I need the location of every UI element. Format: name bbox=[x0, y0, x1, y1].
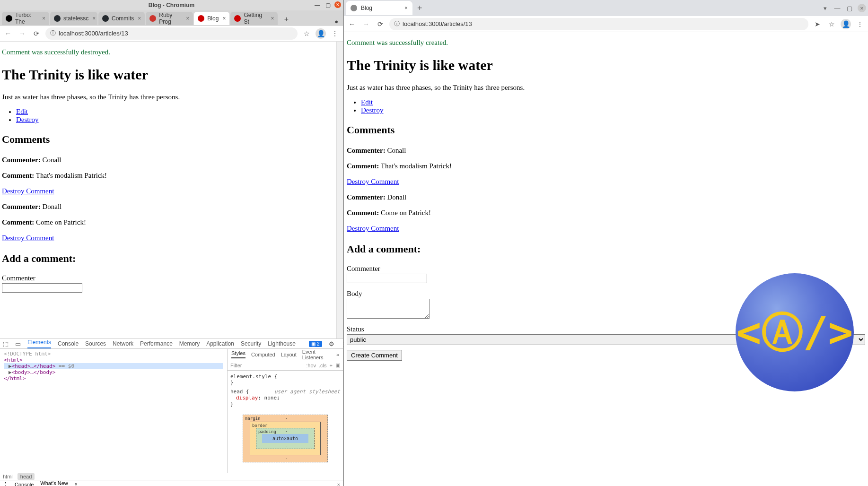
close-icon[interactable]: × bbox=[42, 15, 45, 22]
flash-message: Comment was successfully created. bbox=[347, 39, 865, 47]
devtools-tabs: ⬚ ▭ Elements Console Sources Network Per… bbox=[0, 339, 343, 349]
close-icon[interactable]: × bbox=[858, 4, 866, 12]
issues-badge[interactable]: ▣ 2 bbox=[309, 341, 322, 347]
favicon-icon bbox=[351, 5, 357, 11]
url-input[interactable]: ⓘ localhost:3000/articles/13 bbox=[389, 18, 808, 30]
url-input[interactable]: ⓘ localhost:3000/articles/13 bbox=[45, 27, 298, 40]
kebab-icon[interactable]: ⋮ bbox=[3, 481, 8, 486]
add-comment-heading: Add a comment: bbox=[347, 243, 865, 255]
dom-breadcrumb[interactable]: html head bbox=[0, 473, 343, 480]
maximize-icon[interactable]: ▢ bbox=[324, 1, 332, 9]
cls-toggle[interactable]: .cls bbox=[319, 363, 327, 368]
styles-content[interactable]: element.style { } head {user agent style… bbox=[228, 371, 343, 473]
devtools-tab-security[interactable]: Security bbox=[241, 340, 261, 347]
dom-tree[interactable]: <!DOCTYPE html> <html> ▶<head>…</head> =… bbox=[0, 349, 228, 473]
info-icon[interactable]: ⓘ bbox=[50, 29, 56, 37]
event-listeners-tab[interactable]: Event Listeners bbox=[302, 349, 331, 360]
body-textarea[interactable] bbox=[347, 299, 430, 319]
back-button[interactable]: ← bbox=[347, 19, 357, 29]
device-icon[interactable]: ▭ bbox=[15, 340, 21, 347]
commenter-input[interactable] bbox=[2, 283, 82, 293]
close-icon[interactable]: × bbox=[334, 1, 341, 8]
close-icon[interactable]: × bbox=[92, 15, 96, 22]
devtools-tab-performance[interactable]: Performance bbox=[140, 340, 173, 347]
address-bar: ← → ⟳ ⓘ localhost:3000/articles/13 ☆ 👤 ⋮ bbox=[0, 26, 343, 42]
close-icon[interactable]: × bbox=[337, 482, 340, 486]
info-icon[interactable]: ⓘ bbox=[394, 20, 400, 28]
destroy-link[interactable]: Destroy bbox=[16, 116, 39, 123]
destroy-comment-link[interactable]: Destroy Comment bbox=[347, 225, 399, 232]
tab-blog[interactable]: Blog × bbox=[346, 1, 412, 15]
dropdown-icon[interactable]: ▾ bbox=[821, 4, 829, 12]
window-title: Blog - Chromium bbox=[149, 2, 194, 9]
tab-blog[interactable]: Blog× bbox=[194, 12, 229, 25]
close-icon[interactable]: × bbox=[222, 15, 226, 22]
profile-icon[interactable]: 👤 bbox=[841, 19, 851, 29]
profile-icon[interactable]: 👤 bbox=[316, 28, 326, 39]
console-tab[interactable]: Console bbox=[15, 482, 34, 486]
new-tab-button[interactable]: + bbox=[281, 14, 292, 25]
close-icon[interactable]: × bbox=[138, 15, 141, 22]
box-icon[interactable]: ▣ bbox=[335, 362, 340, 368]
hover-toggle[interactable]: :hov bbox=[306, 363, 316, 368]
star-icon[interactable]: ☆ bbox=[826, 19, 837, 29]
devtools-tab-sources[interactable]: Sources bbox=[85, 340, 106, 347]
close-icon[interactable]: × bbox=[271, 15, 274, 22]
commenter-field-label: Commenter bbox=[2, 274, 334, 282]
whatsnew-tab[interactable]: What's New bbox=[40, 480, 68, 486]
more-icon[interactable]: » bbox=[336, 352, 339, 357]
devtools-tab-lighthouse[interactable]: Lighthouse bbox=[268, 340, 296, 347]
destroy-comment-link[interactable]: Destroy Comment bbox=[2, 187, 54, 195]
new-tab-button[interactable]: + bbox=[417, 3, 422, 13]
dropdown-icon[interactable]: ● bbox=[334, 18, 338, 25]
devtools-tab-application[interactable]: Application bbox=[206, 340, 234, 347]
computed-tab[interactable]: Computed bbox=[251, 352, 275, 357]
reload-button[interactable]: ⟳ bbox=[31, 28, 42, 39]
destroy-link[interactable]: Destroy bbox=[361, 106, 384, 114]
devtools-tab-elements[interactable]: Elements bbox=[27, 339, 51, 348]
destroy-comment-link[interactable]: Destroy Comment bbox=[347, 178, 399, 185]
destroy-comment-link[interactable]: Destroy Comment bbox=[2, 234, 54, 242]
tab-getting[interactable]: Getting St× bbox=[230, 12, 278, 25]
close-icon[interactable]: × bbox=[404, 5, 408, 11]
tab-commits[interactable]: Commits× bbox=[98, 12, 145, 25]
gear-icon[interactable]: ⚙ bbox=[329, 340, 334, 347]
styles-tabs: Styles Computed Layout Event Listeners » bbox=[228, 349, 343, 360]
forward-button[interactable]: → bbox=[361, 19, 371, 29]
commenter-input[interactable] bbox=[347, 274, 427, 283]
commenter-field-label: Commenter bbox=[347, 265, 865, 273]
url-text: localhost:3000/articles/13 bbox=[403, 20, 472, 27]
edit-link[interactable]: Edit bbox=[361, 98, 373, 106]
minimize-icon[interactable]: — bbox=[314, 1, 321, 9]
share-icon[interactable]: ➤ bbox=[812, 19, 823, 29]
menu-icon[interactable]: ⋮ bbox=[855, 19, 865, 29]
forward-button[interactable]: → bbox=[17, 28, 27, 39]
create-comment-button[interactable]: Create Comment bbox=[347, 350, 402, 361]
article-body: Just as water has three phases, so the T… bbox=[347, 84, 865, 92]
inspect-icon[interactable]: ⬚ bbox=[3, 340, 9, 347]
devtools-tab-network[interactable]: Network bbox=[113, 340, 133, 347]
back-button[interactable]: ← bbox=[3, 28, 13, 39]
tab-turbo[interactable]: Turbo: The× bbox=[2, 12, 49, 25]
filter-input[interactable]: Filter bbox=[230, 363, 303, 368]
menu-icon[interactable]: ⋮ bbox=[330, 28, 340, 39]
tab-stateless[interactable]: statelessc× bbox=[50, 12, 97, 25]
layout-tab[interactable]: Layout bbox=[281, 352, 297, 357]
vertical-scrollbar[interactable] bbox=[336, 42, 343, 338]
edit-link[interactable]: Edit bbox=[16, 108, 28, 115]
star-icon[interactable]: ☆ bbox=[301, 28, 312, 39]
comment-body: Comment: That's modalism Patrick! bbox=[347, 162, 865, 170]
reload-button[interactable]: ⟳ bbox=[375, 19, 386, 29]
devtools-tab-console[interactable]: Console bbox=[58, 340, 79, 347]
plus-icon[interactable]: + bbox=[330, 363, 333, 368]
close-icon[interactable]: × bbox=[75, 482, 78, 486]
comment-commenter: Commenter: Conall bbox=[2, 156, 334, 164]
styles-tab[interactable]: Styles bbox=[231, 350, 245, 358]
box-model-diagram: margin- border padding- auto×auto - - bbox=[243, 415, 328, 462]
devtools-tab-memory[interactable]: Memory bbox=[179, 340, 200, 347]
maximize-icon[interactable]: ▢ bbox=[845, 4, 854, 12]
close-icon[interactable]: × bbox=[186, 15, 189, 22]
tab-ruby[interactable]: Ruby Prog× bbox=[146, 12, 193, 25]
logo-overlay: <Ⓐ/> bbox=[736, 273, 854, 391]
minimize-icon[interactable]: — bbox=[833, 4, 842, 12]
